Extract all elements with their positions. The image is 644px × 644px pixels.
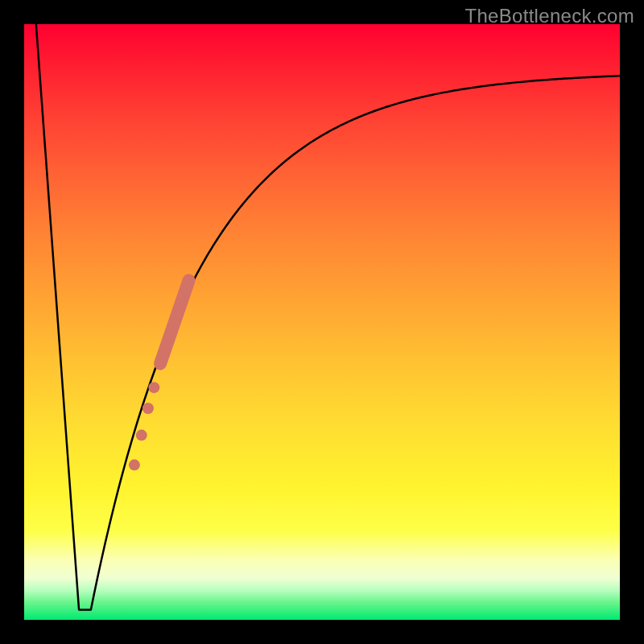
scatter-point	[136, 430, 147, 441]
scatter-point	[142, 402, 154, 414]
scatter-point	[129, 460, 140, 471]
scatter-band	[152, 272, 197, 372]
bottleneck-curve	[36, 24, 620, 609]
chart-stage: TheBottleneck.com	[0, 0, 644, 644]
plot-area	[24, 24, 620, 620]
curve-layer	[24, 24, 620, 620]
scatter-points	[129, 272, 197, 470]
scatter-point	[148, 382, 159, 393]
